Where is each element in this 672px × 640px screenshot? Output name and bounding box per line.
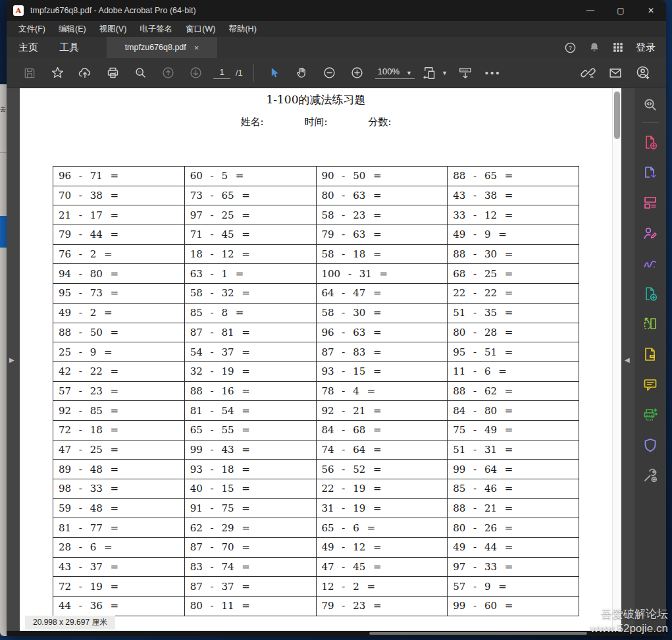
page-notes-icon[interactable] — [642, 346, 659, 363]
request-signatures-icon[interactable] — [642, 225, 659, 242]
problem-cell: 100 - 31 = — [316, 264, 448, 284]
watermark-line1: 吾爱破解论坛 — [590, 607, 668, 622]
problem-row: 21 - 17 =97 - 25 =58 - 23 =33 - 12 = — [53, 205, 579, 225]
organize-pages-icon[interactable] — [642, 315, 659, 333]
tools-sidebar — [634, 88, 666, 631]
problem-cell: 51 - 31 = — [448, 440, 579, 460]
share-link-icon[interactable] — [574, 61, 602, 85]
star-favorite-icon[interactable] — [43, 61, 71, 85]
tab-bar: 主页 工具 tmpfzu676q8.pdf × ? 登录 — [7, 37, 666, 58]
select-tool-icon[interactable] — [261, 61, 288, 85]
create-pdf-icon[interactable] — [642, 134, 659, 151]
problem-cell: 49 - 9 = — [448, 225, 579, 245]
problem-cell: 95 - 51 = — [448, 342, 579, 362]
problem-row: 76 - 2 =18 - 12 =58 - 18 =88 - 30 = — [53, 244, 579, 264]
menu-file[interactable]: 文件(F) — [12, 22, 52, 37]
email-icon[interactable] — [602, 61, 629, 85]
fill-sign-icon[interactable] — [642, 255, 659, 272]
problem-cell: 60 - 5 = — [184, 167, 316, 186]
more-tools-sidebar-icon[interactable] — [642, 467, 659, 484]
tab-document[interactable]: tmpfzu676q8.pdf × — [107, 37, 217, 58]
export-pdf-icon[interactable] — [642, 164, 659, 181]
problem-cell: 90 - 50 = — [316, 167, 448, 186]
zoom-out-icon[interactable] — [316, 61, 344, 85]
save-icon[interactable] — [16, 61, 43, 85]
vertical-scrollbar-thumb[interactable] — [614, 92, 620, 139]
problem-row: 81 - 77 =62 - 29 =65 - 6 =80 - 26 = — [53, 518, 579, 538]
problem-cell: 88 - 65 = — [448, 167, 579, 186]
document-view[interactable]: 1-100的减法练习题 姓名: 时间: 分数: 96 - 71 =60 - 5 … — [20, 88, 612, 631]
problem-row: 88 - 50 =87 - 81 =96 - 63 =80 - 28 = — [53, 323, 579, 342]
problem-cell: 71 - 45 = — [184, 225, 316, 245]
problem-cell: 28 - 6 = — [53, 538, 185, 558]
problem-cell: 65 - 55 = — [184, 420, 316, 440]
problem-cell: 49 - 12 = — [316, 538, 448, 558]
problem-cell: 63 - 1 = — [184, 264, 316, 284]
problem-cell: 22 - 22 = — [448, 284, 579, 304]
horizontal-scrollbar[interactable] — [7, 631, 666, 636]
scan-ocr-icon[interactable] — [642, 406, 659, 423]
cloud-upload-icon[interactable] — [71, 61, 99, 85]
problem-cell: 88 - 50 = — [53, 323, 185, 342]
problem-row: 95 - 73 =58 - 32 =64 - 47 =22 - 22 = — [53, 284, 579, 304]
sign-in-button[interactable]: 登录 — [636, 41, 656, 54]
problem-cell: 81 - 77 = — [53, 518, 185, 538]
hand-tool-icon[interactable] — [288, 61, 316, 85]
page-number-input[interactable]: 1 — [213, 67, 230, 79]
chevron-down-icon: ▼ — [442, 70, 448, 76]
expand-right-panel-icon[interactable]: ◀ — [625, 356, 630, 363]
zoom-in-icon[interactable] — [344, 61, 371, 85]
problem-cell: 44 - 36 = — [53, 597, 185, 616]
vertical-scrollbar[interactable] — [612, 88, 621, 631]
comment-icon[interactable] — [642, 376, 659, 393]
help-icon[interactable]: ? — [564, 41, 577, 54]
menu-edit[interactable]: 编辑(E) — [52, 22, 93, 37]
reading-mode-icon[interactable] — [452, 61, 479, 85]
close-button[interactable]: ✕ — [636, 0, 666, 21]
problem-cell: 96 - 71 = — [53, 167, 185, 186]
search-tools-icon[interactable] — [642, 96, 659, 113]
next-page-icon[interactable] — [182, 61, 209, 85]
problem-cell: 85 - 8 = — [184, 303, 316, 323]
toolbar: 1 /1 100% ▼ ▼ ••• — [7, 58, 666, 88]
menu-help[interactable]: 帮助(H) — [222, 22, 263, 37]
problem-row: 57 - 23 =88 - 16 =78 - 4 =88 - 62 = — [53, 381, 579, 401]
menu-esign[interactable]: 电子签名 — [133, 22, 179, 37]
search-icon[interactable] — [126, 61, 154, 85]
expand-left-panel-icon[interactable]: ▶ — [9, 356, 14, 363]
title-bar: A tmpfzu676q8.pdf - Adobe Acrobat Pro (6… — [7, 0, 666, 21]
zoom-level-value: 100% — [378, 67, 400, 76]
maximize-button[interactable]: ▢ — [606, 0, 636, 21]
add-user-icon[interactable] — [629, 61, 657, 85]
worksheet-fields: 姓名: 时间: 分数: — [20, 116, 612, 128]
menu-window[interactable]: 窗口(W) — [179, 22, 222, 37]
problem-cell: 76 - 2 = — [53, 244, 185, 264]
apps-grid-icon[interactable] — [612, 41, 624, 53]
protect-icon[interactable] — [642, 437, 659, 454]
tab-home[interactable]: 主页 — [9, 41, 47, 54]
menu-view[interactable]: 视图(V) — [93, 22, 134, 37]
horizontal-scrollbar-thumb[interactable] — [369, 632, 587, 635]
problem-cell: 99 - 64 = — [448, 460, 579, 479]
problems-table: 96 - 71 =60 - 5 =90 - 50 =88 - 65 =70 - … — [53, 166, 579, 616]
svg-text:?: ? — [569, 44, 572, 51]
worksheet-title: 1-100的减法练习题 — [20, 92, 612, 107]
problem-cell: 54 - 37 = — [184, 342, 316, 362]
tab-tools[interactable]: 工具 — [50, 41, 88, 54]
previous-page-icon[interactable] — [154, 61, 182, 85]
notifications-bell-icon[interactable] — [588, 41, 600, 53]
zoom-level-dropdown[interactable]: 100% ▼ — [375, 67, 415, 79]
minimize-button[interactable]: — — [575, 0, 606, 21]
problem-cell: 79 - 63 = — [316, 225, 448, 245]
problem-row: 72 - 18 =65 - 55 =84 - 68 =75 - 49 = — [53, 420, 579, 440]
close-tab-icon[interactable]: × — [194, 43, 199, 53]
problem-cell: 42 - 22 = — [53, 361, 185, 381]
edit-pdf-icon[interactable] — [642, 194, 659, 211]
combine-files-icon[interactable] — [642, 285, 659, 302]
problem-cell: 87 - 83 = — [316, 342, 448, 362]
problem-cell: 81 - 54 = — [184, 401, 316, 421]
fit-width-icon[interactable]: ▼ — [419, 61, 452, 85]
print-icon[interactable] — [99, 61, 126, 85]
more-tools-icon[interactable]: ••• — [479, 61, 507, 85]
problem-cell: 22 - 19 = — [316, 479, 448, 499]
